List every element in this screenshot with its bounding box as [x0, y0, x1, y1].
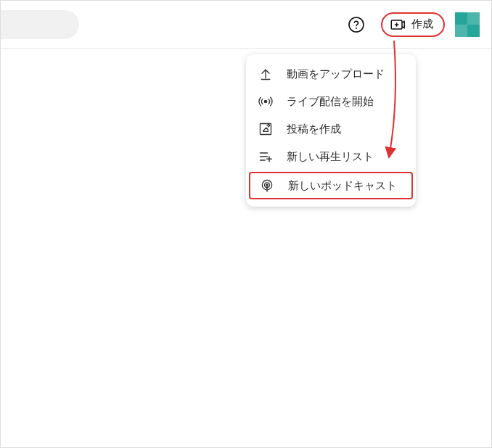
topbar-right: 作成	[342, 10, 480, 39]
post-icon	[258, 121, 274, 137]
menu-item-label: ライブ配信を開始	[287, 95, 374, 109]
live-icon	[258, 94, 274, 109]
svg-point-1	[356, 28, 357, 29]
menu-item-label: 投稿を作成	[287, 123, 341, 136]
menu-item-label: 新しいポッドキャスト	[288, 179, 397, 193]
create-menu: 動画をアップロード ライブ配信を開始 投稿を作成	[246, 54, 416, 207]
menu-item-playlist[interactable]: 新しい再生リスト	[246, 143, 416, 170]
search-pill[interactable]	[0, 10, 79, 39]
menu-item-post[interactable]: 投稿を作成	[246, 115, 416, 143]
menu-item-podcast[interactable]: 新しいポッドキャスト	[249, 172, 413, 199]
create-button[interactable]: 作成	[381, 12, 445, 37]
avatar[interactable]	[455, 12, 480, 37]
menu-item-label: 新しい再生リスト	[287, 150, 374, 164]
help-icon	[348, 16, 365, 33]
podcast-icon	[259, 178, 275, 194]
menu-item-live[interactable]: ライブ配信を開始	[246, 88, 416, 115]
help-button[interactable]	[342, 10, 371, 39]
playlist-icon	[258, 149, 274, 165]
svg-point-16	[266, 184, 268, 186]
topbar: 作成	[1, 1, 491, 49]
create-icon	[390, 17, 406, 33]
menu-item-label: 動画をアップロード	[287, 67, 385, 81]
menu-item-upload[interactable]: 動画をアップロード	[246, 60, 416, 88]
create-label: 作成	[411, 17, 433, 31]
svg-point-7	[264, 100, 266, 102]
upload-icon	[258, 66, 274, 82]
